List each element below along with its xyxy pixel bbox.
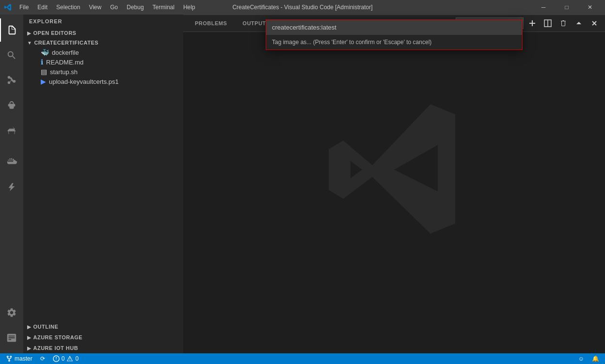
activity-docker[interactable] <box>0 150 23 174</box>
activity-azure[interactable] <box>0 175 23 199</box>
branch-icon <box>6 355 13 362</box>
bell-item[interactable]: 🔔 <box>590 353 601 364</box>
azure-icon <box>6 182 17 192</box>
trash-icon <box>559 19 567 27</box>
ps1-label: upload-keyvaultcerts.ps1 <box>49 78 119 85</box>
activity-settings[interactable] <box>0 301 23 324</box>
files-icon <box>7 25 17 35</box>
sidebar: EXPLORER ▶ OPEN EDITORS ▼ CREATECERTIFIC… <box>23 15 183 353</box>
error-icon <box>53 355 60 362</box>
bottom-sections: ▶ OUTLINE ▶ AZURE STORAGE ▶ AZURE IOT HU… <box>23 321 183 353</box>
warning-icon <box>66 355 73 362</box>
terminal-icon <box>6 332 17 343</box>
startup-icon: ▤ <box>41 68 47 76</box>
chevron-icon: ▶ <box>27 31 32 36</box>
close-button[interactable]: ✕ <box>579 0 601 15</box>
outline-label: OUTLINE <box>33 324 59 330</box>
git-branch-label: master <box>15 355 32 362</box>
new-terminal-button[interactable] <box>525 16 539 30</box>
window-controls: ─ □ ✕ <box>532 0 601 15</box>
sidebar-header: EXPLORER <box>23 15 183 28</box>
sync-item[interactable]: ⟳ <box>38 353 47 364</box>
split-terminal-button[interactable] <box>541 16 555 30</box>
activity-explorer[interactable] <box>0 18 23 42</box>
outline-chevron-icon: ▶ <box>27 324 32 330</box>
file-startup[interactable]: ▤ startup.sh <box>23 67 183 77</box>
statusbar: master ⟳ 0 0 ☺ 🔔 <box>0 353 605 364</box>
open-editors-label: OPEN EDITORS <box>33 30 77 36</box>
split-icon <box>544 19 552 27</box>
errors-item[interactable]: 0 0 <box>51 353 80 364</box>
close-panel-button[interactable] <box>588 16 601 30</box>
outline-section[interactable]: ▶ OUTLINE <box>23 321 183 332</box>
main-container: EXPLORER ▶ OPEN EDITORS ▼ CREATECERTIFIC… <box>0 15 605 353</box>
extensions-icon <box>6 126 17 136</box>
menu-selection[interactable]: Selection <box>52 3 84 12</box>
bell-icon: 🔔 <box>592 355 599 362</box>
window-title: CreateCertificates - Visual Studio Code … <box>232 4 372 11</box>
folder-label: CREATECERTIFICATES <box>34 40 98 46</box>
azure-storage-chevron-icon: ▶ <box>27 335 32 340</box>
tab-problems[interactable]: PROBLEMS <box>187 15 235 32</box>
ps1-icon: ▶ <box>41 78 46 85</box>
readme-label: README.md <box>46 59 83 66</box>
sync-icon: ⟳ <box>40 355 45 362</box>
readme-icon: ℹ <box>41 58 43 66</box>
gear-icon <box>6 307 17 318</box>
menu-debug[interactable]: Debug <box>123 3 147 12</box>
file-ps1[interactable]: ▶ upload-keyvaultcerts.ps1 <box>23 77 183 86</box>
titlebar-menu: File Edit Selection View Go Debug Termin… <box>16 3 199 12</box>
menu-terminal[interactable]: Terminal <box>149 3 178 12</box>
command-palette: Tag image as... (Press 'Enter' to confir… <box>266 19 523 50</box>
docker-file-icon: 🐳 <box>41 48 49 56</box>
activity-debug[interactable] <box>0 94 23 117</box>
activity-terminal[interactable] <box>0 326 23 349</box>
git-branch-item[interactable]: master <box>4 353 34 364</box>
azure-iot-hub-label: AZURE IOT HUB <box>33 345 79 351</box>
titlebar: File Edit Selection View Go Debug Termin… <box>0 0 605 15</box>
statusbar-left: master ⟳ 0 0 <box>4 353 80 364</box>
smiley-icon: ☺ <box>578 355 584 362</box>
kill-terminal-button[interactable] <box>557 16 570 30</box>
errors-count: 0 <box>62 355 65 362</box>
debug-icon <box>6 100 17 111</box>
dockerfile-label: dockerfile <box>52 49 79 56</box>
azure-iot-hub-chevron-icon: ▶ <box>27 346 32 351</box>
command-hint: Tag image as... (Press 'Enter' to confir… <box>266 35 522 49</box>
smiley-item[interactable]: ☺ <box>576 353 586 364</box>
folder-header[interactable]: ▼ CREATECERTIFICATES <box>23 38 183 47</box>
close-icon <box>590 19 598 27</box>
menu-view[interactable]: View <box>85 3 105 12</box>
search-icon <box>6 50 17 61</box>
chevron-up-icon <box>575 19 583 27</box>
folder-section: ▼ CREATECERTIFICATES 🐳 dockerfile ℹ READ… <box>23 38 183 86</box>
azure-storage-section[interactable]: ▶ AZURE STORAGE <box>23 332 183 343</box>
activity-search[interactable] <box>0 44 23 67</box>
source-control-icon <box>6 75 17 86</box>
menu-help[interactable]: Help <box>179 3 199 12</box>
command-input-wrap <box>266 20 522 35</box>
vscode-logo-icon <box>4 3 12 11</box>
menu-edit[interactable]: Edit <box>33 3 51 12</box>
open-editors-header[interactable]: ▶ OPEN EDITORS <box>23 28 183 38</box>
file-readme[interactable]: ℹ README.md <box>23 57 183 67</box>
startup-label: startup.sh <box>50 68 78 76</box>
file-tree: 🐳 dockerfile ℹ README.md ▤ startup.sh ▶ … <box>23 47 183 86</box>
maximize-panel-button[interactable] <box>572 16 586 30</box>
open-editors-section: ▶ OPEN EDITORS <box>23 28 183 38</box>
file-dockerfile[interactable]: 🐳 dockerfile <box>23 47 183 57</box>
titlebar-left: File Edit Selection View Go Debug Termin… <box>4 3 199 12</box>
activity-extensions[interactable] <box>0 119 23 142</box>
folder-chevron-icon: ▼ <box>27 40 32 46</box>
minimize-button[interactable]: ─ <box>532 0 555 15</box>
activity-bar <box>0 15 23 353</box>
vscode-watermark-icon <box>321 97 467 242</box>
warnings-count: 0 <box>75 355 79 362</box>
menu-file[interactable]: File <box>16 3 32 12</box>
azure-iot-hub-section[interactable]: ▶ AZURE IOT HUB <box>23 343 183 353</box>
maximize-button[interactable]: □ <box>556 0 578 15</box>
statusbar-right: ☺ 🔔 <box>576 353 601 364</box>
command-input[interactable] <box>270 23 518 32</box>
activity-source-control[interactable] <box>0 69 23 92</box>
menu-go[interactable]: Go <box>106 3 122 12</box>
